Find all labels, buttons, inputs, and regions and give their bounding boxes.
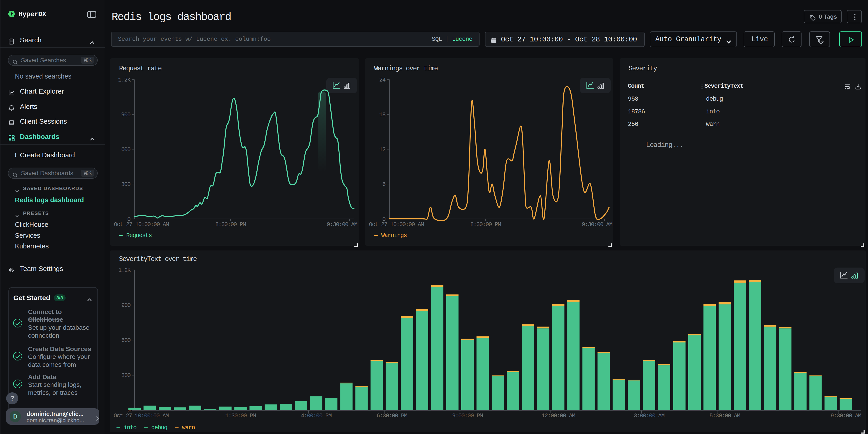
svg-text:1.2K: 1.2K — [118, 267, 131, 274]
svg-text:Oct 27 10:00:00 AM: Oct 27 10:00:00 AM — [369, 221, 424, 228]
svg-text:Oct 27 10:00:00 AM: Oct 27 10:00:00 AM — [114, 221, 169, 228]
svg-text:600: 600 — [121, 337, 131, 344]
svg-text:8:30:00 PM: 8:30:00 PM — [470, 221, 501, 228]
svg-text:12: 12 — [379, 146, 385, 153]
svg-text:Oct 27 10:00:00 AM: Oct 27 10:00:00 AM — [114, 412, 169, 419]
svg-text:4:00:00 PM: 4:00:00 PM — [301, 412, 332, 419]
svg-text:900: 900 — [121, 112, 130, 118]
svg-text:1:30:00 PM: 1:30:00 PM — [225, 412, 256, 419]
svg-text:12:00:00 AM: 12:00:00 AM — [541, 412, 575, 419]
svg-text:9:00:00 PM: 9:00:00 PM — [452, 412, 483, 419]
svg-text:3:00:00 AM: 3:00:00 AM — [634, 412, 665, 419]
svg-text:9:30:00 AM: 9:30:00 AM — [582, 221, 613, 228]
svg-text:900: 900 — [121, 302, 131, 309]
svg-text:9:30:00 AM: 9:30:00 AM — [831, 412, 861, 419]
svg-text:600: 600 — [121, 146, 130, 153]
svg-text:18: 18 — [379, 112, 385, 118]
svg-text:9:30:00 AM: 9:30:00 AM — [327, 221, 358, 228]
svg-text:6:30:00 PM: 6:30:00 PM — [377, 412, 407, 419]
svg-text:8:30:00 PM: 8:30:00 PM — [215, 221, 246, 228]
svg-text:300: 300 — [121, 181, 130, 188]
svg-text:24: 24 — [379, 77, 385, 83]
svg-text:1.2K: 1.2K — [118, 77, 131, 83]
svg-text:6: 6 — [382, 181, 385, 188]
svg-text:5:30:00 AM: 5:30:00 AM — [710, 412, 740, 419]
svg-text:300: 300 — [121, 372, 131, 379]
